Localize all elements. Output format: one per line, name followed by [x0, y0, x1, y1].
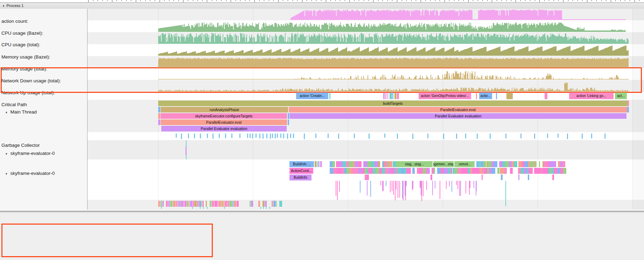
chevron-down-icon[interactable]: ▾ [3, 4, 5, 8]
trace-slice[interactable] [420, 181, 420, 187]
trace-slice[interactable] [383, 93, 385, 99]
trace-slice[interactable] [434, 168, 435, 174]
panel-drag-handle[interactable] [0, 210, 644, 213]
trace-slice[interactable] [379, 168, 382, 174]
trace-slice[interactable] [464, 168, 468, 174]
trace-slice[interactable]: ActionConti... [289, 168, 313, 174]
trace-slice[interactable] [460, 181, 461, 196]
trace-slice[interactable] [397, 168, 401, 174]
trace-slice[interactable] [336, 181, 336, 196]
track-label-garbage-collector[interactable]: Garbage Collector [1, 143, 40, 148]
trace-slice[interactable] [530, 168, 533, 174]
gc-tick[interactable] [520, 134, 522, 138]
trace-slice[interactable] [465, 181, 466, 193]
trace-slice[interactable] [403, 181, 404, 200]
trace-slice[interactable] [459, 181, 460, 196]
trace-slice[interactable] [448, 168, 451, 174]
trace-slice[interactable] [394, 93, 397, 99]
trace-slice[interactable]: act... [615, 93, 627, 99]
gc-tick[interactable] [259, 134, 260, 138]
trace-slice[interactable] [401, 168, 404, 174]
trace-slice[interactable] [203, 207, 204, 209]
trace-slice[interactable] [453, 168, 455, 174]
trace-slice[interactable] [554, 168, 558, 174]
trace-slice[interactable] [514, 161, 517, 167]
trace-slice[interactable] [197, 201, 199, 207]
trace-slice[interactable] [562, 161, 566, 167]
trace-slice[interactable] [396, 181, 397, 190]
gc-tick[interactable] [239, 134, 240, 138]
trace-slice[interactable] [336, 161, 340, 167]
track-label-skyframe-evaluator-0[interactable]: ▾skyframe-evaluator-0 [1, 151, 55, 156]
trace-slice[interactable] [472, 168, 476, 174]
trace-slice[interactable] [499, 161, 503, 167]
trace-slice[interactable] [501, 175, 502, 180]
trace-slice[interactable] [215, 201, 217, 207]
trace-slice[interactable] [421, 181, 422, 196]
trace-slice[interactable] [176, 201, 177, 207]
trace-slice[interactable] [232, 201, 233, 207]
trace-slice[interactable] [160, 201, 161, 207]
trace-slice[interactable]: action 'Creatin... [296, 93, 328, 99]
trace-slice[interactable] [446, 181, 447, 189]
trace-slice[interactable]: BuildInfo [289, 175, 312, 180]
trace-slice[interactable] [270, 207, 270, 209]
trace-slice[interactable]: stagemen...stag... [433, 161, 454, 167]
trace-slice[interactable] [363, 161, 368, 167]
trace-slice[interactable] [558, 168, 560, 174]
trace-slice[interactable] [329, 93, 330, 99]
trace-slice[interactable] [395, 181, 396, 200]
trace-slice[interactable] [258, 201, 260, 207]
trace-slice[interactable] [440, 181, 440, 199]
trace-slice[interactable] [476, 93, 477, 99]
trace-slice[interactable] [367, 175, 369, 180]
trace-slice[interactable] [194, 201, 197, 207]
trace-slice[interactable] [212, 201, 214, 207]
trace-slice[interactable] [390, 168, 394, 174]
trace-slice[interactable] [552, 161, 556, 167]
trace-slice[interactable] [333, 168, 336, 174]
gc-tick[interactable] [384, 134, 385, 138]
trace-slice[interactable] [218, 201, 218, 207]
trace-slice[interactable] [518, 168, 521, 174]
trace-slice[interactable] [491, 161, 494, 167]
trace-slice[interactable] [349, 168, 352, 174]
trace-slice[interactable] [358, 168, 362, 174]
track-label-net-up[interactable]: Network Up usage (total): [1, 90, 55, 95]
trace-slice[interactable] [451, 181, 452, 192]
gc-tick[interactable] [231, 134, 232, 138]
trace-slice[interactable] [478, 161, 481, 167]
trace-slice[interactable] [263, 207, 264, 209]
chevron-down-icon[interactable]: ▾ [6, 111, 7, 114]
trace-slice[interactable]: action 'Linking go... [569, 93, 614, 99]
gc-tick[interactable] [465, 134, 466, 138]
gc-tick[interactable] [270, 134, 271, 139]
trace-slice[interactable] [528, 175, 529, 180]
trace-slice[interactable] [272, 201, 273, 207]
trace-slice[interactable] [190, 201, 192, 207]
trace-slice[interactable] [506, 93, 513, 99]
trace-slice[interactable] [158, 119, 160, 125]
trace-slice[interactable]: stag...stag... [396, 161, 433, 167]
trace-slice[interactable] [441, 168, 443, 174]
trace-slice[interactable]: buildTargets [158, 101, 628, 106]
trace-slice[interactable] [170, 201, 173, 207]
trace-slice[interactable] [202, 201, 203, 207]
evaluator1-track[interactable] [88, 140, 644, 159]
trace-slice[interactable] [330, 168, 333, 174]
trace-slice[interactable] [315, 161, 317, 167]
trace-slice[interactable]: action 'GenObjcProtos video/... [419, 93, 471, 99]
trace-slice[interactable] [470, 181, 470, 188]
track-label-critical-path[interactable]: Critical Path [1, 102, 27, 107]
trace-slice[interactable] [225, 201, 227, 207]
trace-slice[interactable] [181, 201, 183, 207]
gc-tick[interactable] [275, 134, 276, 138]
trace-slice[interactable] [413, 181, 413, 189]
gc-tick[interactable] [477, 134, 478, 139]
gc-tick[interactable] [315, 134, 316, 138]
trace-slice[interactable] [380, 181, 381, 185]
trace-slice[interactable] [266, 207, 267, 209]
gc-track[interactable] [88, 132, 644, 140]
trace-slice[interactable] [503, 161, 505, 167]
trace-slice[interactable] [435, 181, 435, 189]
